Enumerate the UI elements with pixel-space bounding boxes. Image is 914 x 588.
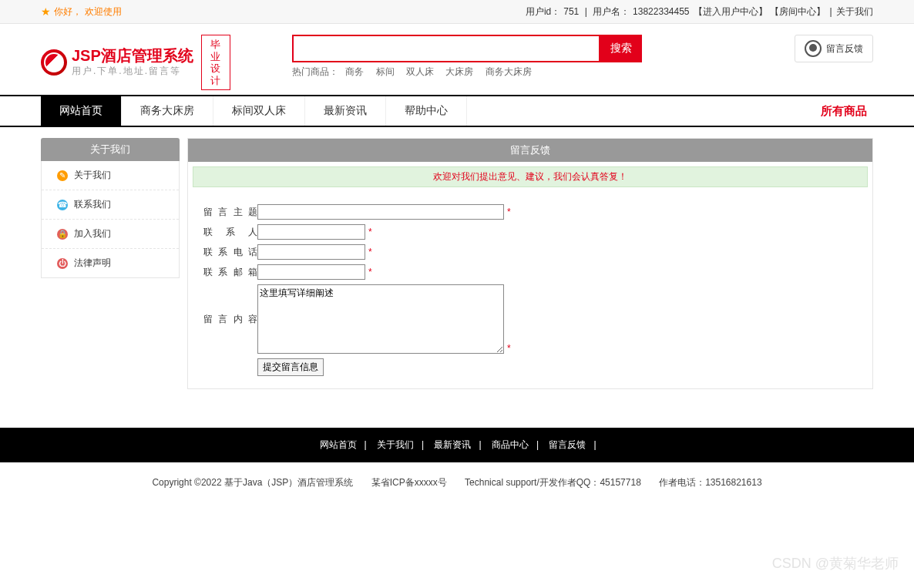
footer-link[interactable]: 最新资讯 <box>434 439 471 450</box>
label-phone: 联系电话 <box>203 246 257 259</box>
feedback-form: 留言主题 * 联 系 人 * 联系电话 * 联系邮箱 * <box>188 192 872 388</box>
required-star: * <box>507 343 511 354</box>
sidebar-item-about[interactable]: ✎ 关于我们 <box>42 161 179 190</box>
sep: | <box>585 6 590 17</box>
search-input[interactable] <box>292 35 600 62</box>
user-id-label: 用户id： <box>526 6 560 17</box>
footer-link[interactable]: 网站首页 <box>320 439 357 450</box>
main-nav: 网站首页 商务大床房 标间双人床 最新资讯 帮助中心 所有商品 <box>0 95 914 127</box>
sep: | <box>479 439 481 450</box>
sidebar-title: 关于我们 <box>41 138 180 161</box>
username: 13822334455 <box>633 6 689 17</box>
header: JSP酒店管理系统 用户.下单.地址.留言等 毕业 设计 搜索 热门商品： 商务… <box>0 24 914 95</box>
sep: | <box>422 439 424 450</box>
nav-item[interactable]: 最新资讯 <box>305 96 386 126</box>
panel-title: 留言反馈 <box>188 139 872 162</box>
hot-link[interactable]: 商务大床房 <box>486 66 532 77</box>
copyright-text: Copyright ©2022 基于Java（JSP）酒店管理系统 <box>152 477 353 488</box>
badge-line2: 设计 <box>207 62 225 86</box>
nav-home[interactable]: 网站首页 <box>41 96 122 126</box>
user-center-link[interactable]: 【进入用户中心】 <box>694 6 768 17</box>
label-contact: 联 系 人 <box>203 226 257 239</box>
sep2: | <box>830 6 835 17</box>
sidebar-item-label: 法律声明 <box>74 257 111 270</box>
contact-input[interactable] <box>257 224 365 240</box>
sep: | <box>536 439 539 450</box>
search-button[interactable]: 搜索 <box>600 35 642 62</box>
headset-icon <box>805 40 822 57</box>
sep: | <box>365 439 367 450</box>
nav-item[interactable]: 帮助中心 <box>386 96 467 126</box>
hot-link[interactable]: 大床房 <box>445 66 473 77</box>
sidebar: 关于我们 ✎ 关于我们 ☎ 联系我们 🔒 加入我们 ⏻ 法律声明 <box>41 138 180 389</box>
required-star: * <box>368 247 372 257</box>
email-input[interactable] <box>257 264 365 280</box>
sidebar-item-label: 关于我们 <box>74 169 111 182</box>
label-email: 联系邮箱 <box>203 266 257 279</box>
badge-line1: 毕业 <box>207 39 225 62</box>
footer-link[interactable]: 留言反馈 <box>549 439 586 450</box>
hot-row: 热门商品： 商务 标间 双人床 大床房 商务大床房 <box>292 66 642 79</box>
topbar: ★ 你好， 欢迎使用 用户id：751 | 用户名：13822334455 【进… <box>0 0 914 24</box>
topbar-left: ★ 你好， 欢迎使用 <box>41 5 122 18</box>
feedback-label: 留言反馈 <box>826 42 863 55</box>
greeting-prefix: 你好， <box>54 5 82 18</box>
footer-link[interactable]: 商品中心 <box>492 439 529 450</box>
power-icon: ⏻ <box>57 258 68 269</box>
phone-text: 作者电话：13516821613 <box>659 477 761 488</box>
hot-link[interactable]: 商务 <box>345 66 364 77</box>
greeting: 欢迎使用 <box>85 5 122 18</box>
main-panel: 留言反馈 欢迎对我们提出意见、建议，我们会认真答复！ 留言主题 * 联 系 人 … <box>187 138 873 389</box>
sidebar-item-label: 联系我们 <box>74 198 111 211</box>
notice: 欢迎对我们提出意见、建议，我们会认真答复！ <box>193 166 868 187</box>
support-text: Technical support/开发作者QQ：45157718 <box>465 477 641 488</box>
hot-link[interactable]: 双人床 <box>406 66 434 77</box>
nav-item[interactable]: 标间双人床 <box>213 96 305 126</box>
nav-item[interactable]: 商务大床房 <box>122 96 213 126</box>
required-star: * <box>507 207 511 217</box>
footer-nav: 网站首页| 关于我们| 最新资讯| 商品中心| 留言反馈| <box>0 428 914 462</box>
feedback-button[interactable]: 留言反馈 <box>795 35 873 62</box>
required-star: * <box>368 267 372 277</box>
hot-link[interactable]: 标间 <box>376 66 395 77</box>
user-id: 751 <box>563 6 579 17</box>
username-label: 用户名： <box>593 6 630 17</box>
topbar-right: 用户id：751 | 用户名：13822334455 【进入用户中心】 【房间中… <box>524 5 873 18</box>
copyright: Copyright ©2022 基于Java（JSP）酒店管理系统 某省ICP备… <box>0 462 914 503</box>
logo-title: JSP酒店管理系统 <box>72 48 193 63</box>
sidebar-item-join[interactable]: 🔒 加入我们 <box>42 220 179 249</box>
hot-label: 热门商品： <box>292 66 338 77</box>
required-star: * <box>368 227 372 237</box>
sidebar-item-contact[interactable]: ☎ 联系我们 <box>42 190 179 220</box>
subject-input[interactable] <box>257 204 504 220</box>
phone-input[interactable] <box>257 244 365 260</box>
label-content: 留言内容 <box>203 313 257 326</box>
sep: | <box>593 439 596 450</box>
footer-link[interactable]: 关于我们 <box>377 439 414 450</box>
doc-icon: ✎ <box>57 170 68 181</box>
badge: 毕业 设计 <box>201 35 230 90</box>
logo-icon <box>41 49 67 76</box>
clipboard-icon: ☎ <box>57 200 68 210</box>
submit-button[interactable]: 提交留言信息 <box>257 358 324 376</box>
nav-all-products[interactable]: 所有商品 <box>821 104 873 119</box>
sidebar-item-legal[interactable]: ⏻ 法律声明 <box>42 249 179 277</box>
about-link[interactable]: 关于我们 <box>836 6 873 17</box>
star-icon: ★ <box>41 5 51 18</box>
room-center-link[interactable]: 【房间中心】 <box>770 6 825 17</box>
icp-text: 某省ICP备xxxxx号 <box>371 477 447 488</box>
sidebar-item-label: 加入我们 <box>74 227 111 240</box>
label-subject: 留言主题 <box>203 206 257 219</box>
lock-icon: 🔒 <box>57 229 68 240</box>
content-textarea[interactable] <box>257 284 504 354</box>
logo-subtitle: 用户.下单.地址.留言等 <box>72 65 193 78</box>
search-block: 搜索 热门商品： 商务 标间 双人床 大床房 商务大床房 <box>292 35 642 79</box>
logo-block[interactable]: JSP酒店管理系统 用户.下单.地址.留言等 毕业 设计 <box>41 35 230 90</box>
